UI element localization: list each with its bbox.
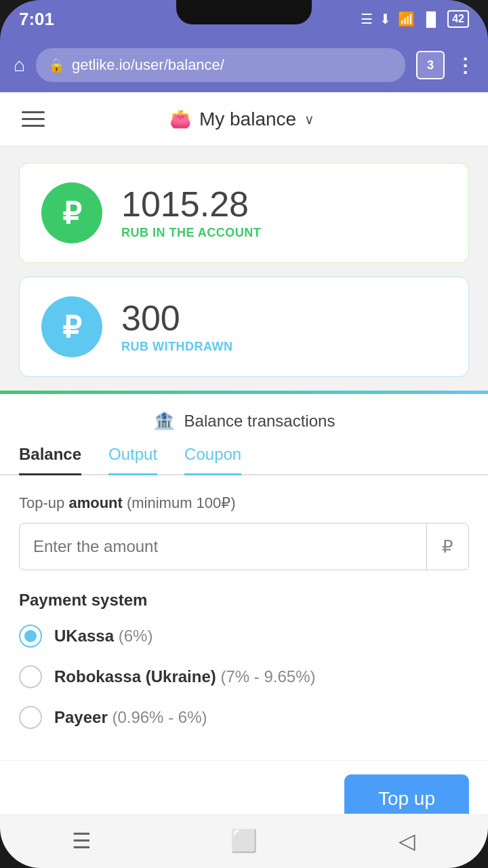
- payment-section: Payment system UKassa (6%) Robokassa (Uk…: [0, 584, 488, 760]
- form-label-suffix: (minimum 100₽): [123, 494, 236, 511]
- radio-option-payeer[interactable]: Payeer (0.96% - 6%): [19, 706, 469, 729]
- hamburger-line-1: [22, 111, 45, 113]
- radio-option-robokassa[interactable]: Robokassa (Ukraine) (7% - 9.65%): [19, 665, 469, 688]
- hamburger-line-3: [22, 125, 45, 127]
- bottom-bar: Top up: [0, 760, 488, 814]
- nav-bar: ☰ ⬜ ◁: [0, 814, 488, 868]
- balance-info-account: 1015.28 RUB IN THE ACCOUNT: [121, 186, 261, 240]
- chevron-down-icon: ∨: [304, 111, 314, 127]
- top-up-button[interactable]: Top up: [344, 774, 469, 814]
- radio-circle-payeer[interactable]: [19, 706, 42, 729]
- app-header: 👛 My balance ∨: [0, 92, 488, 146]
- rub-icon-blue: ₽: [62, 310, 81, 344]
- phone-frame: 7:01 ☰ ⬇ 📶 ▐▌ 42 ⌂ 🔒 getlike.io/user/bal…: [0, 0, 488, 868]
- balance-label-withdrawn: RUB WITHDRAWN: [121, 340, 232, 354]
- form-label-prefix: Top-up: [19, 494, 68, 511]
- radio-option-ukassa[interactable]: UKassa (6%): [19, 625, 469, 648]
- rub-icon-green: ₽: [62, 196, 81, 231]
- signal-icon: ▐▌: [422, 12, 441, 27]
- amount-input-wrapper: ₽: [19, 523, 469, 570]
- notification-icon: ☰: [361, 11, 373, 27]
- balance-amount-withdrawn: 300: [121, 300, 232, 336]
- hamburger-line-2: [22, 118, 45, 120]
- radio-circle-robokassa[interactable]: [19, 665, 42, 688]
- tab-balance[interactable]: Balance: [19, 445, 81, 475]
- nav-home-button[interactable]: ⬜: [224, 821, 264, 861]
- transactions-header: 🏦 Balance transactions: [0, 394, 488, 431]
- radio-label-robokassa: Robokassa (Ukraine) (7% - 9.65%): [54, 667, 315, 686]
- wifi-icon: 📶: [398, 11, 415, 27]
- battery-indicator: 42: [447, 10, 469, 28]
- amount-input[interactable]: [20, 537, 426, 556]
- status-icons: ☰ ⬇ 📶 ▐▌ 42: [361, 10, 469, 28]
- url-text: getlike.io/user/balance/: [72, 56, 224, 74]
- browser-bar: ⌂ 🔒 getlike.io/user/balance/ 3 ⋮: [0, 38, 488, 92]
- header-title-text: My balance: [199, 108, 296, 130]
- browser-menu-button[interactable]: ⋮: [455, 54, 474, 77]
- balance-card-account: ₽ 1015.28 RUB IN THE ACCOUNT: [19, 163, 469, 263]
- payment-title: Payment system: [19, 591, 469, 610]
- form-label-bold: amount: [68, 494, 122, 511]
- balance-label-account: RUB IN THE ACCOUNT: [121, 226, 261, 240]
- nav-menu-button[interactable]: ☰: [61, 821, 102, 861]
- radio-label-payeer: Payeer (0.96% - 6%): [54, 708, 207, 727]
- nav-back-button[interactable]: ◁: [386, 821, 427, 861]
- tab-output[interactable]: Output: [108, 445, 157, 475]
- wallet-icon: 👛: [169, 108, 191, 130]
- header-title[interactable]: 👛 My balance ∨: [169, 108, 314, 130]
- browser-url-bar[interactable]: 🔒 getlike.io/user/balance/: [36, 48, 405, 82]
- tab-coupon[interactable]: Coupon: [184, 445, 241, 475]
- transactions-section: 🏦 Balance transactions Balance Output Co…: [0, 394, 488, 814]
- balance-area: ₽ 1015.28 RUB IN THE ACCOUNT ₽ 300 RUB W…: [0, 146, 488, 391]
- balance-info-withdrawn: 300 RUB WITHDRAWN: [121, 300, 232, 354]
- app-content: 👛 My balance ∨ ₽ 1015.28 RUB IN THE ACCO…: [0, 92, 488, 814]
- browser-home-button[interactable]: ⌂: [14, 54, 25, 76]
- phone-notch: [176, 0, 312, 24]
- rub-suffix-icon: ₽: [426, 524, 468, 570]
- download-icon: ⬇: [380, 11, 391, 27]
- balance-card-withdrawn: ₽ 300 RUB WITHDRAWN: [19, 277, 469, 377]
- transactions-title: Balance transactions: [184, 412, 336, 431]
- tabs-row: Balance Output Coupon: [0, 431, 488, 475]
- radio-circle-ukassa[interactable]: [19, 625, 42, 648]
- hamburger-button[interactable]: [22, 111, 45, 127]
- form-label: Top-up amount (minimum 100₽): [19, 494, 469, 512]
- rub-circle-green: ₽: [41, 182, 102, 243]
- lock-icon: 🔒: [48, 57, 65, 73]
- form-section: Top-up amount (minimum 100₽) ₽: [0, 475, 488, 584]
- coins-icon: 🏦: [153, 410, 175, 431]
- balance-amount-account: 1015.28: [121, 186, 261, 222]
- browser-tabs-button[interactable]: 3: [416, 51, 445, 79]
- rub-circle-blue: ₽: [41, 296, 102, 357]
- radio-label-ukassa: UKassa (6%): [54, 627, 152, 646]
- status-time: 7:01: [19, 9, 54, 30]
